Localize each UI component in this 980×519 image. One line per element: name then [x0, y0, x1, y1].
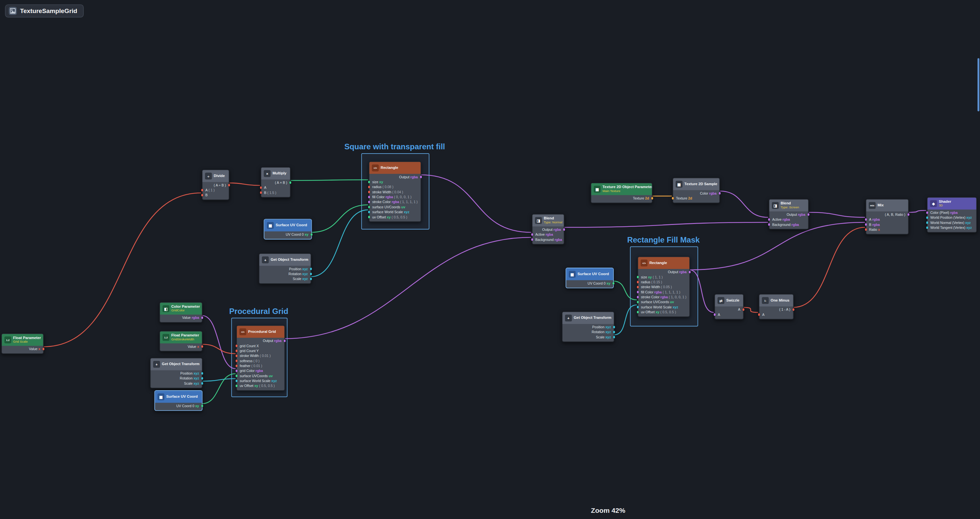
node-object-transform-2[interactable]: +Get Object TransformPositionxyzRotation… — [150, 358, 202, 388]
node-one-minus[interactable]: 1-One Minus( 1 - A )A — [759, 294, 794, 320]
input-port-x[interactable] — [235, 365, 238, 367]
input-port-rgba[interactable] — [768, 224, 770, 226]
input-port-rgba[interactable] — [768, 219, 770, 221]
input-port-x[interactable] — [758, 314, 760, 316]
output-port-xyz[interactable] — [613, 331, 615, 334]
node-header[interactable]: ◈Shader3D — [928, 198, 977, 209]
node-divide[interactable]: ÷Divide( A ÷ B )A( 1 )B — [202, 169, 229, 200]
output-port-x[interactable] — [742, 309, 745, 311]
input-port-uv[interactable] — [636, 301, 639, 303]
output-port-x[interactable] — [201, 346, 203, 348]
input-port-x[interactable] — [235, 355, 238, 357]
output-port-xyz[interactable] — [310, 273, 312, 275]
node-multiply[interactable]: ×Multiply( A × B )AB( 1.5 ) — [261, 167, 291, 198]
port-default-value[interactable]: ( 0.01 ) — [251, 364, 262, 368]
output-port-rgba[interactable] — [689, 271, 691, 273]
node-grid-scale[interactable]: 1.2Float ParameterGrid ScaleValuex — [1, 333, 44, 354]
node-surface-uv-2[interactable]: ▦Surface UV CoordUV Coord 0xy — [154, 390, 203, 411]
node-swizzle[interactable]: ⇄SwizzleAA — [714, 294, 744, 320]
port-default-value[interactable]: ( 0, 0, 0, 1 ) — [394, 195, 412, 199]
input-port-xyz[interactable] — [368, 211, 371, 213]
input-port-xyz[interactable] — [235, 380, 238, 382]
output-port-x[interactable] — [792, 309, 795, 311]
wire-mix-to-shader[interactable] — [908, 211, 926, 212]
input-port-uv[interactable] — [235, 375, 238, 377]
input-port-xyz[interactable] — [926, 227, 929, 229]
node-header[interactable]: +Get Object Transform — [259, 254, 310, 266]
output-port-rgba[interactable] — [420, 176, 422, 178]
input-port-x[interactable] — [260, 192, 262, 194]
node-graph-canvas[interactable]: Square with transparent fillProcedural G… — [0, 0, 980, 519]
input-port-xyz[interactable] — [636, 306, 639, 308]
input-port-xy[interactable] — [636, 311, 639, 313]
wire-surface-uv-1-to-rect-square[interactable] — [311, 205, 368, 232]
output-port-xy[interactable] — [289, 182, 291, 184]
node-header[interactable]: 1-One Minus — [759, 295, 793, 307]
input-port-rgba[interactable] — [865, 219, 867, 221]
output-port-rgba[interactable] — [283, 340, 286, 342]
node-header[interactable]: ▦Texture 2D Sample — [673, 178, 719, 190]
input-port-x[interactable] — [368, 186, 371, 188]
node-grid-stroke-width[interactable]: 1.2Float ParameterGridStrokeWidthValuex — [159, 331, 202, 351]
wire-blend-normal-to-blend-screen[interactable] — [564, 222, 768, 227]
output-port-xyz[interactable] — [310, 278, 312, 280]
graph-tab[interactable]: TextureSampleGrid — [5, 4, 83, 17]
output-port-xy[interactable] — [612, 282, 614, 284]
port-default-value[interactable]: ( 1, 1, 1, 1 ) — [663, 290, 680, 294]
wire-multiply-to-rect-square[interactable] — [290, 180, 368, 180]
node-grid-color[interactable]: ◧Color ParameterGridColorValuergba — [159, 302, 202, 323]
wire-grid-scale-to-divide[interactable] — [43, 193, 201, 347]
wire-texture-sample-to-blend-screen[interactable] — [719, 191, 768, 217]
port-default-value[interactable]: ( 1, 0, 0, 1 ) — [669, 295, 686, 299]
wire-rect-mask-to-swizzle[interactable] — [689, 270, 714, 312]
output-port-rgba[interactable] — [907, 214, 910, 216]
port-default-value[interactable]: ( 1, 1 ) — [653, 275, 663, 279]
wire-object-transform-2-to-procedural-grid[interactable] — [202, 379, 236, 382]
node-header[interactable]: mixMix — [866, 200, 908, 211]
port-default-value[interactable]: ( 0.08 ) — [382, 185, 393, 189]
node-header[interactable]: ▦Texture 2D Object ParameterMain Texture — [591, 183, 652, 195]
input-port-xyz[interactable] — [926, 222, 929, 224]
input-port-xy[interactable] — [368, 181, 371, 183]
output-port-xyz[interactable] — [613, 336, 615, 339]
node-main-texture[interactable]: ▦Texture 2D Object ParameterMain Texture… — [591, 182, 652, 203]
wire-divide-to-multiply[interactable] — [229, 183, 260, 185]
output-port-x[interactable] — [42, 348, 45, 350]
output-port-xy[interactable] — [201, 405, 203, 407]
input-port-rgba[interactable] — [636, 296, 639, 298]
input-port-x[interactable] — [201, 189, 203, 192]
port-default-value[interactable]: ( 1.5 ) — [267, 191, 276, 195]
output-port-xyz[interactable] — [201, 382, 203, 385]
output-port-x[interactable] — [228, 184, 230, 187]
input-port-2d[interactable] — [672, 197, 674, 200]
port-default-value[interactable]: ( 0.5, 0.5 ) — [391, 215, 407, 219]
port-default-value[interactable]: ( 1 ) — [208, 188, 215, 192]
node-header[interactable]: ▦Surface UV Coord — [566, 268, 613, 280]
input-port-x[interactable] — [235, 345, 238, 347]
output-port-rgba[interactable] — [718, 192, 721, 195]
node-header[interactable]: ×Multiply — [261, 168, 290, 179]
node-header[interactable]: </>Rectangle — [369, 162, 421, 174]
wire-grid-color-to-procedural-grid[interactable] — [202, 316, 236, 369]
output-port-xyz[interactable] — [613, 326, 615, 328]
node-shader[interactable]: ◈Shader3DColor (Pixel)rgbaWorld Position… — [927, 197, 977, 232]
wire-one-minus-to-mix[interactable] — [793, 227, 865, 307]
port-default-value[interactable]: ( 0.15 ) — [651, 280, 662, 284]
output-port-xyz[interactable] — [310, 268, 312, 270]
node-procedural-grid[interactable]: </>Procedural GridOutputrgbagrid Count X… — [236, 325, 285, 391]
input-port-x[interactable] — [368, 191, 371, 193]
wire-object-transform-3-to-rect-mask[interactable] — [614, 305, 637, 335]
wire-grid-stroke-width-to-procedural-grid[interactable] — [202, 344, 236, 354]
node-header[interactable]: +Get Object Transform — [151, 358, 202, 370]
output-port-xyz[interactable] — [201, 372, 203, 375]
node-blend-normal[interactable]: ◨BlendType: NormalOutputrgbaActivergbaBa… — [532, 214, 565, 244]
port-default-value[interactable]: ( 0.01 ) — [260, 354, 270, 358]
input-port-x[interactable] — [636, 286, 639, 288]
input-port-rgba[interactable] — [368, 201, 371, 203]
node-rect-mask[interactable]: </>RectangleOutputrgbasizexy( 1, 1 )radi… — [638, 257, 690, 317]
node-header[interactable]: ◨BlendType: Normal — [532, 214, 564, 226]
input-port-x[interactable] — [235, 360, 238, 362]
node-object-transform-3[interactable]: +Get Object TransformPositionxyzRotation… — [562, 311, 614, 342]
node-header[interactable]: ◨BlendType: Screen — [770, 200, 808, 211]
output-port-2d[interactable] — [651, 197, 653, 200]
